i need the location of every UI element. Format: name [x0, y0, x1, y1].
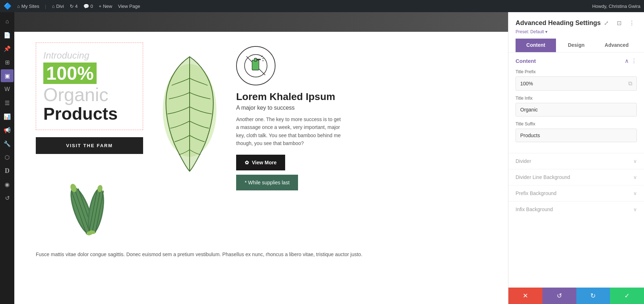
history-icon[interactable]: ↺	[1, 191, 14, 204]
body-text: Fusce mattis vitae dolor congue sagittis…	[36, 250, 386, 259]
title-infix-input[interactable]: Organic	[516, 103, 637, 116]
right-panel: Advanced Heading Settings ⤢ ⊡ ⋮ Preset: …	[508, 12, 644, 304]
copy-icon[interactable]: ⧉	[628, 80, 632, 87]
prefix-bg-section[interactable]: Prefix Background ∨	[508, 185, 644, 201]
preset-row[interactable]: Preset: Default ▾	[516, 29, 637, 34]
prefix-bg-chevron-icon: ∨	[633, 190, 637, 196]
lorem-body: Another one. The key to more success is …	[236, 115, 343, 148]
collapse-icon[interactable]: ∧	[625, 58, 629, 64]
infix-bg-chevron-icon: ∨	[633, 206, 637, 212]
hero-leaf-illustration	[154, 43, 225, 178]
tab-content[interactable]: Content	[516, 39, 556, 52]
lorem-title: Lorem Khaled Ipsum	[236, 91, 386, 103]
bottom-section: Fusce mattis vitae dolor congue sagittis…	[36, 250, 386, 259]
updates-link[interactable]: ↻ 4	[70, 4, 78, 9]
title-prefix-input[interactable]: 100% ⧉	[516, 76, 637, 91]
title-suffix-label: Title Suffix	[516, 121, 637, 126]
title-infix-label: Title Infix	[516, 96, 637, 101]
svg-rect-19	[254, 58, 257, 61]
section-header-icons: ∧ ⋮	[625, 58, 637, 64]
content-section-title: Content	[516, 58, 536, 64]
view-more-button[interactable]: ✿ View More	[236, 155, 285, 170]
divider-line-bg-section[interactable]: Divider Line Background ∨	[508, 169, 644, 185]
panel-body: Content ∧ ⋮ Title Prefix 100% ⧉ Title In…	[508, 53, 644, 288]
howdy-text: Howdy, Christina Gwira	[592, 4, 640, 9]
main-layout: ⌂ 📄 📌 ⊞ ▣ W ☰ 📊 📢 🔧 ⬡ D ◉ ↺ Introducing …	[0, 12, 644, 304]
dashboard-icon[interactable]: ⌂	[1, 15, 14, 28]
cancel-button[interactable]: ✕	[508, 288, 542, 304]
lorem-subtitle: A major key to success	[236, 105, 386, 111]
content-section-header[interactable]: Content ∧ ⋮	[508, 53, 644, 69]
divider-label: Divider	[516, 158, 531, 164]
percent-text: 100%	[43, 63, 97, 84]
panel-title: Advanced Heading Settings	[516, 19, 601, 27]
woo-icon[interactable]: W	[1, 83, 14, 96]
product-icon-circle	[236, 46, 275, 85]
hero-section: Introducing 100% Organic Products VISIT …	[36, 43, 386, 240]
redo-button[interactable]: ↻	[576, 288, 610, 304]
intro-text: Introducing	[43, 50, 136, 61]
divider-line-bg-label: Divider Line Background	[516, 174, 570, 180]
new-link[interactable]: + New	[99, 4, 112, 9]
canvas-area: Introducing 100% Organic Products VISIT …	[14, 12, 508, 304]
organic-text: Organic	[43, 85, 136, 104]
panel-tabs: Content Design Advanced	[516, 39, 637, 52]
separator-1: |	[45, 4, 46, 9]
active-module-icon[interactable]: ▣	[1, 69, 14, 82]
preset-dropdown-icon: ▾	[545, 29, 547, 34]
infix-bg-section[interactable]: Infix Background ∨	[508, 201, 644, 217]
layers-icon[interactable]: ⬡	[1, 151, 14, 164]
visit-farm-button[interactable]: VISIT THE FARM	[36, 137, 143, 154]
rows-icon[interactable]: ☰	[1, 96, 14, 109]
view-more-icon: ✿	[245, 160, 249, 165]
prefix-bg-label: Prefix Background	[516, 190, 556, 196]
title-suffix-input[interactable]: Products	[516, 129, 637, 142]
svg-line-22	[262, 58, 264, 59]
modules-icon[interactable]: ⊞	[1, 56, 14, 69]
section-more-icon[interactable]: ⋮	[631, 58, 637, 64]
save-button[interactable]: ✓	[610, 288, 644, 304]
comments-link[interactable]: 💬 0	[83, 4, 93, 9]
undo-button[interactable]: ↺	[542, 288, 576, 304]
svg-rect-18	[252, 60, 259, 70]
percent-block: 100%	[43, 63, 136, 85]
more-icon[interactable]: ⋮	[627, 18, 637, 28]
sidebar: ⌂ 📄 📌 ⊞ ▣ W ☰ 📊 📢 🔧 ⬡ D ◉ ↺	[0, 12, 14, 304]
my-sites-link[interactable]: ⌂ My Sites	[17, 4, 39, 9]
panel-header: Advanced Heading Settings ⤢ ⊡ ⋮ Preset: …	[508, 12, 644, 53]
tab-advanced[interactable]: Advanced	[596, 39, 637, 52]
view-page-link[interactable]: View Page	[118, 4, 140, 9]
divider-section[interactable]: Divider ∨	[508, 153, 644, 169]
content-fields: Title Prefix 100% ⧉ Title Infix Organic …	[508, 69, 644, 153]
svg-rect-20	[257, 59, 261, 60]
build-icon[interactable]: 🔧	[1, 137, 14, 150]
products-text: Products	[43, 105, 136, 123]
page-content: Introducing 100% Organic Products VISIT …	[14, 32, 408, 270]
divider-chevron-icon: ∨	[633, 158, 637, 164]
admin-bar: 🔷 ⌂ My Sites | ⌂ Divi ↻ 4 💬 0 + New View…	[0, 0, 644, 12]
while-supplies-button[interactable]: * While supplies last	[236, 175, 298, 190]
page-header	[14, 12, 508, 32]
veggie-illustration	[36, 161, 143, 240]
title-prefix-label: Title Prefix	[516, 69, 637, 74]
home-icon: ⌂	[17, 4, 20, 9]
panel-footer: ✕ ↺ ↻ ✓	[508, 288, 644, 304]
hero-left: Introducing 100% Organic Products VISIT …	[36, 43, 143, 240]
fullscreen-icon[interactable]: ⤢	[601, 18, 611, 28]
divider-line-bg-chevron-icon: ∨	[633, 174, 637, 180]
divi-d-icon[interactable]: D	[1, 164, 14, 177]
pin-icon[interactable]: 📌	[1, 42, 14, 55]
site-name-link[interactable]: ⌂ Divi	[52, 4, 64, 9]
stats-icon[interactable]: 📊	[1, 110, 14, 123]
tab-design[interactable]: Design	[556, 39, 596, 52]
wp-logo-icon[interactable]: 🔷	[4, 2, 11, 10]
theme-icon[interactable]: ◉	[1, 178, 14, 191]
dashed-box: Introducing 100% Organic Products	[36, 43, 143, 130]
split-icon[interactable]: ⊡	[614, 18, 624, 28]
panel-title-icons: ⤢ ⊡ ⋮	[601, 18, 637, 28]
panel-title-row: Advanced Heading Settings ⤢ ⊡ ⋮	[516, 18, 637, 28]
pages-icon[interactable]: 📄	[1, 29, 14, 41]
announce-icon[interactable]: 📢	[1, 124, 14, 136]
infix-bg-label: Infix Background	[516, 206, 553, 212]
divi-icon: ⌂	[52, 4, 55, 9]
